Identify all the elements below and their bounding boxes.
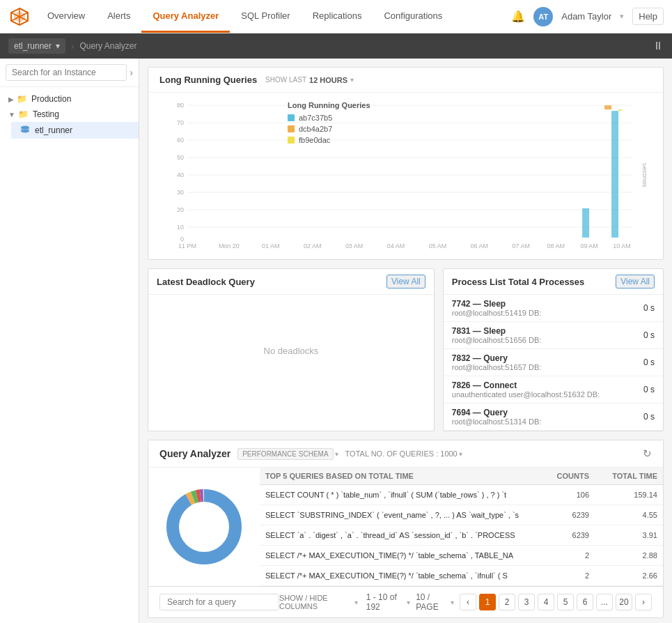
tab-alerts[interactable]: Alerts: [96, 0, 141, 33]
page-5-button[interactable]: 5: [557, 594, 574, 610]
qa-row-0[interactable]: SELECT COUNT ( * ) `table_num` , `ifnull…: [260, 485, 663, 505]
long-running-queries-panel: Long Running Queries SHOW LAST 12 HOURS …: [148, 67, 664, 260]
deadlock-view-all[interactable]: View All: [386, 275, 425, 289]
process-list-panel: Process List Total 4 Processes View All …: [443, 268, 664, 431]
process-info-2: 7832 — Query root@localhost:51657 DB:: [452, 353, 643, 371]
legend-label-1: dcb4a2b7: [299, 125, 332, 133]
qa-row-3[interactable]: SELECT /*+ MAX_EXECUTION_TIME(?) */ `tab…: [260, 546, 663, 566]
process-time-1: 0 s: [643, 330, 655, 340]
tab-query-analyzer[interactable]: Query Analyzer: [141, 0, 230, 33]
prev-page-button[interactable]: ‹: [460, 594, 476, 610]
process-item-0[interactable]: 7742 — Sleep root@localhost:51419 DB: 0 …: [444, 295, 663, 322]
tab-overview[interactable]: Overview: [36, 0, 96, 33]
deadlock-body: No deadlocks: [148, 295, 434, 406]
show-last-control[interactable]: SHOW LAST 12 HOURS ▾: [265, 76, 354, 84]
svg-text:01 AM: 01 AM: [262, 243, 279, 249]
process-item-1[interactable]: 7831 — Sleep root@localhost:51656 DB: 0 …: [444, 322, 663, 349]
show-hide-columns[interactable]: SHOW / HIDE COLUMNS: [279, 594, 346, 610]
nav-separator: ›: [71, 41, 74, 52]
refresh-icon[interactable]: ↻: [643, 447, 652, 460]
back-icon[interactable]: ›: [130, 67, 133, 78]
process-id-0: 7742 — Sleep: [452, 299, 643, 309]
instance-name: etl_runner: [14, 41, 52, 51]
svg-text:03 AM: 03 AM: [345, 243, 363, 249]
user-name[interactable]: Adam Taylor: [561, 11, 611, 22]
dropdown-icon: ▾: [56, 41, 60, 51]
qa-counts-3: 2: [539, 551, 595, 560]
sidebar-item-testing[interactable]: ▼ 📁 Testing: [0, 107, 139, 122]
folder-icon-testing: 📁: [18, 109, 29, 119]
page-2-button[interactable]: 2: [499, 594, 515, 610]
process-view-all[interactable]: View All: [616, 275, 655, 289]
tab-replications[interactable]: Replications: [302, 0, 373, 33]
qa-row-1[interactable]: SELECT `SUBSTRING_INDEX` ( `event_name` …: [260, 505, 663, 525]
process-item-2[interactable]: 7832 — Query root@localhost:51657 DB: 0 …: [444, 349, 663, 376]
chart-wrapper: Long Running Queries ab7c37b5 dcb4a2b7 f…: [148, 93, 663, 259]
folder-icon-production: 📁: [17, 94, 27, 104]
process-time-4: 0 s: [643, 412, 655, 422]
qa-counts-2: 6239: [539, 531, 595, 539]
qa-row-4[interactable]: SELECT /*+ MAX_EXECUTION_TIME(?) */ `tab…: [260, 566, 663, 586]
panel-title-lrq: Long Running Queries: [159, 75, 257, 85]
sidebar-item-production[interactable]: ▶ 📁 Production: [0, 91, 139, 107]
tab-sql-profiler[interactable]: SQL Profiler: [230, 0, 301, 33]
pause-button[interactable]: ⏸: [653, 40, 664, 52]
show-last-value: 12 HOURS: [309, 76, 347, 84]
legend-item-2: fb9e0dac: [288, 136, 370, 144]
page-info-chevron: ▾: [407, 599, 410, 606]
svg-text:04 AM: 04 AM: [387, 243, 405, 249]
process-item-3[interactable]: 7826 — Connect unauthenticated user@loca…: [444, 376, 663, 403]
qa-row-2[interactable]: SELECT `a` . `digest` , `a` . `thread_id…: [260, 525, 663, 546]
per-page-selector[interactable]: 10 / PAGE: [416, 592, 445, 612]
page-3-button[interactable]: 3: [518, 594, 535, 610]
page-20-button[interactable]: 20: [616, 594, 632, 610]
pagination: ‹ 1 2 3 4 5 6 ... 20 ›: [460, 594, 652, 610]
svg-text:70: 70: [177, 119, 184, 126]
instance-selector[interactable]: etl_runner ▾: [8, 38, 65, 54]
svg-text:Mon 20: Mon 20: [219, 243, 240, 249]
qa-query-2: SELECT `a` . `digest` , `a` . `thread_id…: [265, 531, 539, 539]
next-page-button[interactable]: ›: [635, 594, 652, 610]
per-page-chevron: ▾: [451, 599, 454, 606]
sidebar-label-production: Production: [31, 94, 71, 104]
legend-label-0: ab7c37b5: [299, 114, 332, 122]
tree-toggle-production: ▶: [8, 95, 14, 103]
qa-query-1: SELECT `SUBSTRING_INDEX` ( `event_name` …: [265, 511, 539, 519]
page-1-button[interactable]: 1: [479, 594, 496, 610]
svg-text:02 AM: 02 AM: [304, 243, 321, 249]
sidebar-item-etl-runner[interactable]: etl_runner: [11, 122, 139, 139]
process-item-4[interactable]: 7694 — Query root@localhost:51314 DB: 0 …: [444, 403, 663, 431]
qa-table-header: TOP 5 QUERIES BASED ON TOTAL TIME COUNTS…: [260, 468, 663, 485]
svg-point-7: [21, 130, 29, 133]
qa-body: TOP 5 QUERIES BASED ON TOTAL TIME COUNTS…: [148, 468, 663, 586]
page-6-button[interactable]: 6: [577, 594, 593, 610]
page-ellipsis: ...: [596, 594, 613, 610]
process-host-2: root@localhost:51657 DB:: [452, 363, 643, 371]
tree-section: ▶ 📁 Production ▼ 📁 Testing etl_runner: [0, 87, 139, 143]
deadlock-panel: Latest Deadlock Query View All No deadlo…: [148, 268, 435, 431]
qa-donut: [148, 468, 260, 586]
main-nav-tabs: Overview Alerts Query Analyzer SQL Profi…: [36, 0, 453, 33]
sub-nav: etl_runner ▾ › Query Analyzer ⏸: [0, 33, 672, 59]
col-header-query: TOP 5 QUERIES BASED ON TOTAL TIME: [265, 472, 539, 480]
page-4-button[interactable]: 4: [538, 594, 554, 610]
deadlock-empty-message: No deadlocks: [264, 346, 319, 356]
legend-item-0: ab7c37b5: [288, 114, 370, 122]
process-host-1: root@localhost:51656 DB:: [452, 336, 643, 344]
chevron-down-icon: ▾: [620, 12, 624, 21]
app-logo: [8, 6, 31, 28]
help-button[interactable]: Help: [632, 8, 664, 25]
qa-counts-1: 6239: [539, 511, 595, 519]
legend-dot-0: [288, 114, 295, 121]
qa-total-queries[interactable]: TOTAL NO. OF QUERIES : 1000: [345, 449, 458, 458]
svg-text:30: 30: [177, 189, 184, 196]
bell-icon[interactable]: 🔔: [511, 10, 525, 23]
search-input[interactable]: [6, 64, 127, 81]
qa-query-0: SELECT COUNT ( * ) `table_num` , `ifnull…: [265, 491, 539, 499]
tab-configurations[interactable]: Configurations: [373, 0, 453, 33]
tree-toggle-testing: ▼: [8, 111, 15, 118]
qa-schema-badge[interactable]: PERFORMANCE SCHEMA: [237, 448, 333, 460]
query-search-input[interactable]: [159, 594, 279, 610]
process-id-4: 7694 — Query: [452, 408, 643, 417]
qa-time-1: 4.55: [595, 511, 657, 519]
